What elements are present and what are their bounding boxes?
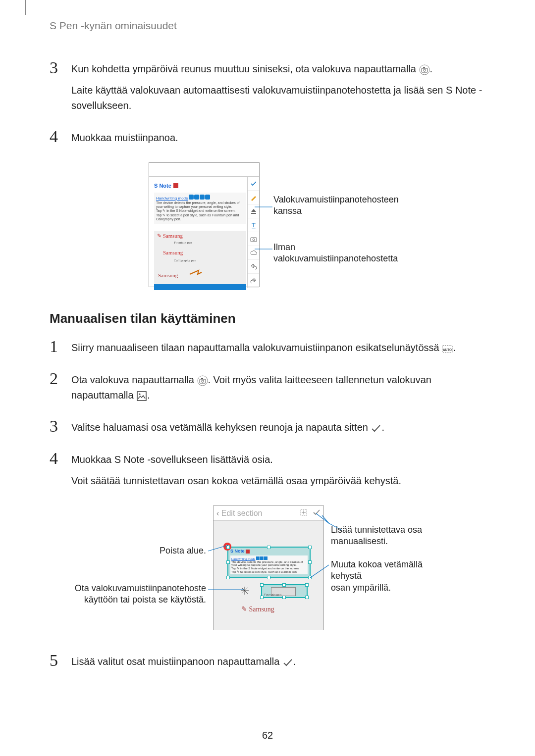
redo-icon bbox=[248, 274, 259, 288]
svg-rect-14 bbox=[201, 378, 203, 379]
callout-text: Muuta kokoa vetämällä kehystäosan ympäri… bbox=[331, 559, 451, 594]
camera-icon bbox=[248, 232, 259, 246]
photo-preview: ✎ Samsung Fountain pen Samsung Calligrap… bbox=[154, 231, 246, 290]
step-text: Lisää valitut osat muistiinpanoon napaut… bbox=[71, 656, 282, 667]
svg-rect-15 bbox=[137, 392, 146, 401]
svg-rect-12 bbox=[200, 379, 206, 383]
screenshot-mock: T S Note Handwriting mode The device det… bbox=[149, 162, 260, 287]
step-4-a: 4 Muokkaa muistiinpanoa. bbox=[50, 130, 485, 151]
sparkle-icon bbox=[240, 586, 249, 597]
svg-rect-1 bbox=[422, 68, 428, 72]
step-body: Muokkaa S Note -sovellukseen lisättäviä … bbox=[71, 452, 485, 495]
page-left-border bbox=[25, 0, 26, 15]
undo-icon bbox=[248, 260, 259, 274]
svg-point-11 bbox=[198, 376, 208, 386]
page-number: 62 bbox=[0, 730, 535, 741]
step-number: 4 bbox=[50, 128, 71, 145]
edit-section-topbar: ‹ Edit section bbox=[214, 506, 323, 521]
handwriting-box: Handwriting mode The device detects the … bbox=[154, 193, 246, 224]
svg-point-6 bbox=[253, 239, 255, 241]
crop-add-icon bbox=[300, 511, 309, 518]
step-body: Muokkaa muistiinpanoa. bbox=[71, 130, 485, 151]
step-number: 1 bbox=[50, 338, 71, 355]
callout-text: Poista alue. bbox=[84, 545, 206, 556]
cloud-icon bbox=[248, 246, 259, 260]
check-icon bbox=[248, 177, 259, 191]
step-text: Laite käyttää valokuvaan automaattisesti… bbox=[71, 83, 485, 113]
running-header: S Pen -kynän ominaisuudet bbox=[50, 20, 485, 32]
step-number: 5 bbox=[50, 652, 71, 669]
step-body: Lisää valitut osat muistiinpanoon napaut… bbox=[71, 654, 485, 675]
app-icon bbox=[173, 183, 178, 188]
step-text: Voit säätää tunnistettavan osan kokoa ve… bbox=[71, 473, 485, 489]
svg-rect-5 bbox=[251, 238, 257, 242]
callout-text: Ilman valokuvamuistiinpanotehostetta bbox=[273, 242, 398, 265]
auto-mode-icon: AUTO bbox=[442, 343, 453, 354]
step-text: Kun kohdetta ympäröivä reunus muuttuu si… bbox=[71, 63, 419, 74]
step-3-b: 3 Valitse haluamasi osa vetämällä kehyks… bbox=[50, 420, 485, 441]
checkmark-icon bbox=[282, 657, 293, 668]
snote-label: S Note bbox=[154, 183, 171, 189]
step-text: Siirry manuaaliseen tilaan napauttamalla… bbox=[71, 342, 442, 353]
svg-rect-3 bbox=[423, 67, 425, 68]
step-number: 3 bbox=[50, 59, 71, 76]
figure-1: T S Note Handwriting mode The device det… bbox=[50, 162, 485, 291]
step-text: Muokkaa muistiinpanoa. bbox=[71, 130, 485, 146]
step-number: 2 bbox=[50, 370, 71, 387]
step-text: Valitse haluamasi osa vetämällä kehyksen… bbox=[71, 422, 371, 433]
svg-text:AUTO: AUTO bbox=[443, 348, 452, 351]
callout-text: Valokuvamuistiinpanotehosteen kanssa bbox=[273, 194, 399, 217]
step-body: Siirry manuaaliseen tilaan napauttamalla… bbox=[71, 340, 485, 361]
callout-text: Ota valokuvamuistiinpanotehostekäyttöön … bbox=[54, 583, 206, 606]
section-heading: Manuaalisen tilan käyttäminen bbox=[50, 311, 485, 326]
step-1-b: 1 Siirry manuaaliseen tilaan napauttamal… bbox=[50, 340, 485, 361]
step-number: 4 bbox=[50, 450, 71, 467]
svg-point-13 bbox=[201, 380, 203, 382]
eject-icon bbox=[248, 204, 259, 218]
step-body: Kun kohdetta ympäröivä reunus muuttuu si… bbox=[71, 61, 485, 119]
scribble-text: ✎ Samsung bbox=[241, 605, 274, 613]
back-chevron-icon: ‹ Edit section bbox=[216, 509, 263, 518]
step-5: 5 Lisää valitut osat muistiinpanoon napa… bbox=[50, 654, 485, 675]
step-text: Muokkaa S Note -sovellukseen lisättäviä … bbox=[71, 452, 485, 467]
text-icon: T bbox=[248, 218, 259, 232]
svg-point-2 bbox=[423, 69, 425, 71]
step-2-b: 2 Ota valokuva napauttamalla . Voit myös… bbox=[50, 372, 485, 409]
figure-2: ‹ Edit section ✕ bbox=[50, 505, 485, 634]
step-body: Valitse haluamasi osa vetämällä kehyksen… bbox=[71, 420, 485, 441]
step-body: Ota valokuva napauttamalla . Voit myös v… bbox=[71, 372, 485, 409]
svg-text:T: T bbox=[252, 222, 256, 229]
screenshot-mock: ‹ Edit section ✕ bbox=[213, 505, 324, 630]
step-text: Ota valokuva napauttamalla bbox=[71, 374, 197, 385]
selection-box-2: Fountain pen bbox=[261, 584, 308, 598]
camera-icon bbox=[197, 375, 208, 386]
checkmark-icon bbox=[313, 511, 321, 518]
step-3-a: 3 Kun kohdetta ympäröivä reunus muuttuu … bbox=[50, 61, 485, 119]
camera-icon bbox=[419, 64, 430, 75]
svg-point-16 bbox=[139, 393, 141, 395]
checkmark-icon bbox=[371, 423, 381, 434]
svg-point-0 bbox=[420, 65, 429, 75]
selection-box-1: ✕ S Note Handwriting mode The device det… bbox=[227, 547, 311, 578]
callout-text: Lisää tunnistettava osamanuaalisesti. bbox=[331, 524, 422, 548]
step-4-b: 4 Muokkaa S Note -sovellukseen lisättävi… bbox=[50, 452, 485, 495]
gallery-icon bbox=[136, 391, 147, 402]
pen-icon bbox=[248, 191, 259, 204]
sidebar-icons: T bbox=[247, 177, 259, 288]
step-number: 3 bbox=[50, 418, 71, 435]
